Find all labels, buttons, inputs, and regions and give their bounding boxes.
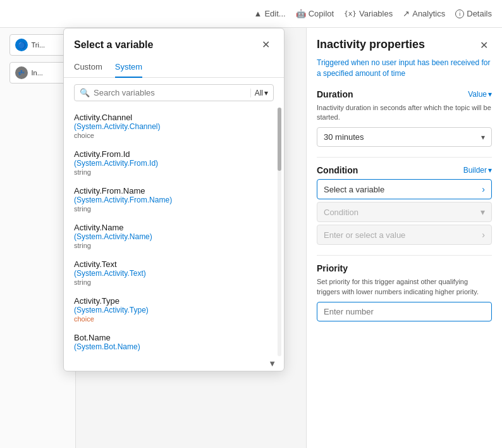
variable-list: Activity.Channel (System.Activity.Channe… — [64, 108, 284, 356]
modal-tabs: Custom System — [64, 58, 284, 78]
list-item[interactable]: Bot.Name (System.Bot.Name) — [64, 328, 284, 356]
priority-input[interactable] — [317, 302, 492, 321]
trigger-node[interactable]: 🔵 Tri... — [9, 34, 66, 56]
var-type: string — [74, 205, 274, 213]
condition-mode-toggle[interactable]: Builder ▾ — [463, 166, 492, 175]
chevron-up-icon: ▲ — [254, 9, 262, 18]
var-name: Activity.Channel — [74, 113, 274, 122]
condition-placeholder-row: Condition ▾ — [317, 202, 492, 222]
panel-header: Inactivity properties ✕ — [317, 38, 492, 53]
duration-dropdown[interactable]: 30 minutes ▾ — [317, 127, 492, 147]
priority-desc: Set priority for this trigger against ot… — [317, 277, 492, 297]
nav-copilot-item[interactable]: 🤖 Copilot — [296, 9, 334, 18]
panel-close-button[interactable]: ✕ — [476, 38, 492, 53]
condition-label: Condition — [317, 165, 358, 175]
var-type: choice — [74, 315, 274, 323]
panel-description: Triggered when no user input has been re… — [317, 58, 492, 79]
list-item[interactable]: Activity.From.Name (System.Activity.From… — [64, 181, 284, 218]
var-sys: (System.Bot.Name) — [74, 342, 274, 351]
scrollbar-thumb[interactable] — [278, 108, 281, 171]
var-sys: (System.Activity.From.Name) — [74, 196, 274, 204]
filter-chevron-down-icon: ▾ — [264, 89, 268, 97]
list-item[interactable]: Activity.Channel (System.Activity.Channe… — [64, 108, 284, 144]
duration-section-header: Duration Value ▾ — [317, 89, 492, 99]
nav-variables[interactable]: {x} Variables — [344, 9, 393, 18]
variable-selector-modal: Select a variable ✕ Custom System 🔍 All … — [63, 28, 285, 371]
enter-value-chevron-icon: › — [482, 230, 485, 240]
section-divider-2 — [317, 255, 492, 256]
trigger-node-label: Tri... — [32, 41, 46, 49]
scroll-down-indicator[interactable]: ▼ — [64, 356, 284, 371]
section-divider — [317, 157, 492, 158]
list-item[interactable]: Activity.From.Id (System.Activity.From.I… — [64, 144, 284, 181]
analytics-icon: ↗ — [403, 9, 410, 18]
list-item[interactable]: Activity.Text (System.Activity.Text) str… — [64, 254, 284, 291]
condition-chevron-down-icon: ▾ — [488, 166, 492, 175]
inactivity-node[interactable]: 💤 In... — [9, 62, 66, 84]
var-type: string — [74, 242, 274, 249]
search-input[interactable] — [94, 88, 247, 97]
search-bar[interactable]: 🔍 All ▾ — [74, 84, 274, 101]
copilot-icon: 🤖 — [296, 9, 306, 18]
var-name: Activity.From.Id — [74, 149, 274, 159]
duration-dropdown-chevron-icon: ▾ — [481, 133, 485, 142]
modal-header: Select a variable ✕ — [64, 28, 284, 58]
duration-label: Duration — [317, 89, 353, 99]
var-sys: (System.Activity.Channel) — [74, 122, 274, 131]
priority-section-header: Priority — [317, 263, 492, 273]
trigger-node-icon: 🔵 — [15, 39, 28, 51]
inactivity-node-icon: 💤 — [15, 66, 28, 79]
duration-mode-toggle[interactable]: Value ▾ — [468, 90, 492, 99]
var-name: Activity.Text — [74, 259, 274, 269]
var-sys: (System.Activity.From.Id) — [74, 159, 274, 168]
tab-system[interactable]: System — [115, 58, 142, 78]
list-item[interactable]: Activity.Type (System.Activity.Type) cho… — [64, 291, 284, 328]
variables-icon: {x} — [344, 9, 357, 18]
info-icon: i — [455, 9, 464, 18]
condition-chevron-right-icon: ▾ — [481, 207, 485, 217]
var-name: Activity.From.Name — [74, 186, 274, 196]
scroll-down-icon: ▼ — [268, 359, 276, 368]
right-panel: Inactivity properties ✕ Triggered when n… — [306, 28, 502, 448]
top-nav: ▲ Edit... 🤖 Copilot {x} Variables ↗ Anal… — [0, 0, 502, 28]
tab-custom[interactable]: Custom — [74, 58, 102, 78]
modal-title: Select a variable — [74, 39, 153, 51]
nav-copilot[interactable]: ▲ Edit... — [254, 9, 286, 18]
var-sys: (System.Activity.Name) — [74, 232, 274, 241]
nav-details[interactable]: i Details — [455, 9, 492, 18]
nav-analytics[interactable]: ↗ Analytics — [403, 9, 445, 18]
scrollbar-track — [278, 108, 281, 356]
var-type: string — [74, 278, 274, 286]
var-type: string — [74, 168, 274, 176]
enter-value-row: Enter or select a value › — [317, 225, 492, 245]
modal-close-button[interactable]: ✕ — [258, 37, 274, 52]
var-name: Activity.Type — [74, 296, 274, 306]
select-variable-row[interactable]: Select a variable › — [317, 179, 492, 199]
var-sys: (System.Activity.Text) — [74, 269, 274, 278]
duration-chevron-down-icon: ▾ — [488, 90, 492, 99]
priority-label: Priority — [317, 263, 348, 273]
select-variable-chevron-icon: › — [482, 184, 485, 194]
panel-title: Inactivity properties — [317, 38, 425, 51]
var-name: Bot.Name — [74, 333, 274, 342]
var-sys: (System.Activity.Type) — [74, 306, 274, 314]
var-name: Activity.Name — [74, 223, 274, 232]
var-type: choice — [74, 132, 274, 139]
duration-desc: Inactivity duration in seconds after whi… — [317, 103, 492, 123]
search-icon: 🔍 — [80, 88, 90, 97]
search-filter-dropdown[interactable]: All ▾ — [250, 89, 268, 97]
list-item[interactable]: Activity.Name (System.Activity.Name) str… — [64, 218, 284, 254]
inactivity-node-label: In... — [32, 69, 43, 77]
condition-section-header: Condition Builder ▾ — [317, 165, 492, 175]
